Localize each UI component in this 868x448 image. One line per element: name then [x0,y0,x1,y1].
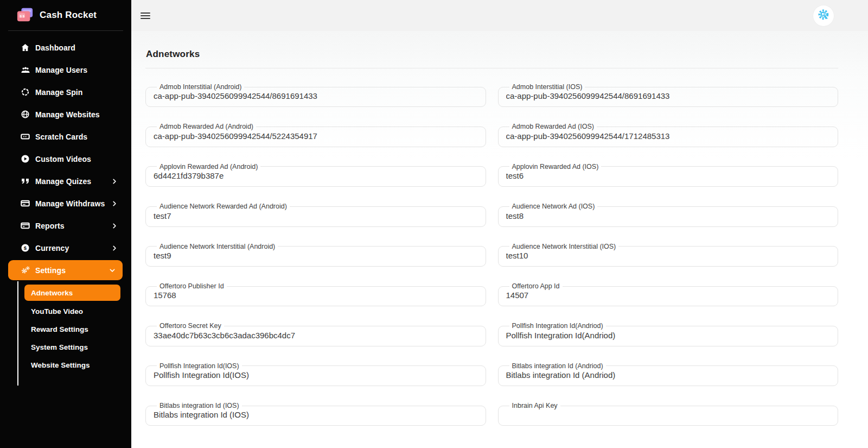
field-label: Admob Interstitial (IOS) [509,83,585,91]
sidebar-item-manage-users[interactable]: Manage Users [0,59,131,81]
applovin-rewarded-android-input[interactable] [152,171,479,181]
field-label: Bitlabs integration Id (IOS) [157,402,242,409]
sidebar-item-label: Reports [35,222,65,230]
field-label: Offertoro App Id [509,282,563,290]
field-label: Audience Network Rewarded Ad (Android) [157,203,290,210]
field-label: Bitlabs integration Id (Andriod) [509,362,606,370]
svg-text:$: $ [23,14,25,18]
sidebar-item-manage-quizes[interactable]: Manage Quizes [0,170,131,192]
field-admob-interstitial-ios: Admob Interstitial (IOS) [498,83,839,107]
sidebar-item-label: Scratch Cards [35,132,87,141]
field-label: Audience Network Interstitial (IOS) [509,243,619,250]
field-label: Pollfish Integration Id(Andriod) [509,322,606,330]
admob-rewarded-ios-input[interactable] [505,131,832,142]
gears-icon [21,266,31,275]
sidebar-item-reports[interactable]: Reports [0,214,131,237]
users-icon [21,65,31,74]
submenu-item-label: System Settings [31,343,88,351]
field-label: Inbrain Api Key [509,402,560,409]
field-label: Audience Network Ad (IOS) [509,203,598,210]
sidebar-item-label: Manage Quizes [35,177,91,186]
field-applovin-rewarded-ios: Applovin Rewarded Ad (IOS) [498,163,839,187]
brand-logo[interactable]: $ $ Cash Rocket [0,0,131,30]
wallet-money-icon: $ $ [16,7,34,23]
globe-icon [21,110,31,119]
field-label: Admob Rewarded Ad (Android) [157,123,256,130]
topbar [131,0,868,31]
sidebar-nav: Dashboard Manage Users Manage Spin Manag… [0,31,131,374]
pollfish-integration-id-android-input[interactable] [505,330,832,341]
inbrain-api-key-input[interactable] [505,409,832,420]
field-inbrain-api-key: Inbrain Api Key [498,402,839,426]
applovin-rewarded-ios-input[interactable] [505,171,832,181]
sidebar-item-label: Manage Withdraws [35,199,105,208]
field-label: Offertoro Secret Key [157,322,224,330]
pollfish-integration-id-ios-input[interactable] [152,370,479,381]
settings-submenu: Adnetworks YouTube Video Reward Settings… [0,285,131,374]
title-divider [145,68,838,68]
chevron-right-icon [111,200,118,207]
submenu-item-youtube-video[interactable]: YouTube Video [0,302,131,320]
submenu-indent-line [17,281,18,386]
sidebar-item-dashboard[interactable]: Dashboard [0,36,131,59]
field-offertoro-publisher-id: Offertoro Publisher Id [145,282,486,306]
content: Adnetworks Admob Interstitial (Android) … [131,31,868,448]
dollar-circle-icon: $ [21,243,31,253]
play-circle-icon [21,154,31,163]
field-bitlabs-integration-id-ios: Bitlabs integration Id (IOS) [145,402,486,426]
submenu-item-system-settings[interactable]: System Settings [0,338,131,356]
sidebar-item-label: Currency [35,244,69,253]
brand-name: Cash Rocket [40,10,97,21]
chevron-right-icon [111,222,118,230]
admob-interstitial-android-input[interactable] [152,91,479,102]
sidebar-item-settings[interactable]: Settings [8,260,123,280]
field-audience-network-rewarded-android: Audience Network Rewarded Ad (Android) [145,203,486,226]
audience-network-interstitial-ios-input[interactable] [505,250,832,261]
sidebar-item-scratch-cards[interactable]: Scratch Cards [0,125,131,148]
offertoro-app-id-input[interactable] [505,290,832,301]
page-title: Adnetworks [146,49,838,60]
adnetworks-form: Admob Interstitial (Android) Admob Inter… [145,83,838,426]
audience-network-rewarded-android-input[interactable] [152,211,479,222]
sidebar-item-label: Custom Videos [35,155,91,163]
sidebar-item-manage-withdraws[interactable]: Manage Withdraws [0,192,131,214]
credit-card-icon [21,199,31,208]
admob-interstitial-ios-input[interactable] [505,91,832,102]
sidebar-item-label: Manage Users [35,66,87,74]
audience-network-ad-ios-input[interactable] [505,211,832,222]
field-audience-network-ad-ios: Audience Network Ad (IOS) [498,203,839,226]
submenu-item-label: Reward Settings [31,325,88,333]
sidebar-item-label: Manage Spin [35,88,82,97]
field-pollfish-integration-id-ios: Pollfish Integration Id(IOS) [145,362,486,386]
submenu-item-reward-settings[interactable]: Reward Settings [0,320,131,338]
field-bitlabs-integration-id-android: Bitlabs integration Id (Andriod) [498,362,839,386]
sidebar-item-manage-spin[interactable]: Manage Spin [0,81,131,103]
sidebar: $ $ Cash Rocket Dashboard Manage Users M… [0,0,131,448]
main-area: Adnetworks Admob Interstitial (Android) … [131,0,868,448]
gear-search-button[interactable] [813,5,834,26]
sidebar-item-label: Dashboard [35,43,75,52]
chevron-down-icon [108,267,116,274]
bitlabs-integration-id-ios-input[interactable] [152,409,479,420]
hamburger-icon[interactable] [141,10,150,21]
submenu-item-label: Website Settings [31,361,90,369]
field-label: Applovin Rewarded Ad (Android) [157,163,260,171]
sidebar-item-manage-websites[interactable]: Manage Websites [0,103,131,125]
offertoro-publisher-id-input[interactable] [152,290,479,301]
report-card-icon [21,221,31,230]
submenu-item-adnetworks[interactable]: Adnetworks [24,285,120,301]
svg-text:$: $ [20,14,22,18]
audience-network-interstitial-android-input[interactable] [152,250,479,261]
field-pollfish-integration-id-android: Pollfish Integration Id(Andriod) [498,322,839,346]
admob-rewarded-android-input[interactable] [152,131,479,142]
chevron-right-icon [111,244,118,252]
submenu-item-label: YouTube Video [31,307,83,316]
ticket-icon [21,132,31,141]
sidebar-item-currency[interactable]: $ Currency [0,237,131,259]
field-label: Admob Interstitial (Android) [157,83,244,91]
bitlabs-integration-id-android-input[interactable] [505,370,832,381]
offertoro-secret-key-input[interactable] [152,330,479,341]
sidebar-item-custom-videos[interactable]: Custom Videos [0,148,131,170]
submenu-item-website-settings[interactable]: Website Settings [0,356,131,374]
sidebar-item-label: Manage Websites [35,110,100,119]
